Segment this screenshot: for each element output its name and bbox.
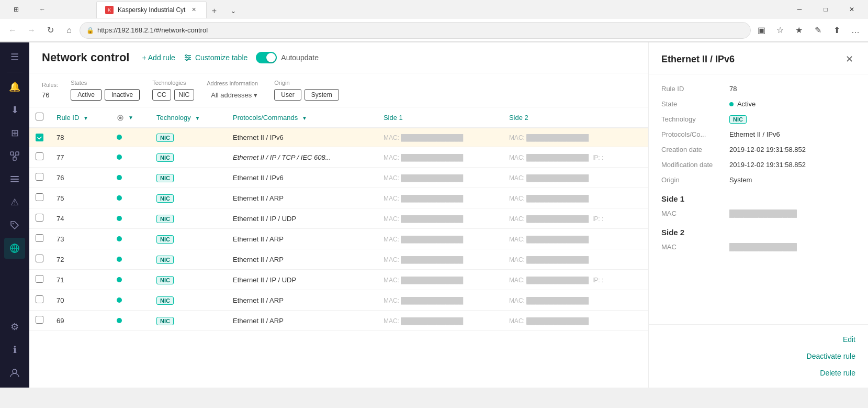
sidebar-icon-settings[interactable]: ⚙ [4, 316, 25, 337]
row-checkbox[interactable] [36, 214, 43, 222]
browser-toolbar: ← → ↻ ⌂ 🔒 ▣ ☆ ★ ✎ ⬆ … [0, 19, 868, 42]
forward-nav-btn[interactable]: → [23, 22, 40, 39]
checked-checkbox[interactable] [36, 134, 43, 141]
select-all-header[interactable] [29, 107, 50, 128]
table-row[interactable]: 77 NIC Ethernet II / IP / TCP / IEC 608.… [29, 147, 648, 168]
row-checkbox-cell[interactable] [29, 188, 50, 208]
back-nav-btn[interactable]: ← [4, 22, 21, 39]
delete-rule-button[interactable]: Delete rule [820, 367, 855, 379]
maximize-btn[interactable]: □ [814, 2, 838, 17]
side2-cell: MAC: ██████████████ IP: : [503, 270, 648, 290]
rule-id-filter-icon[interactable]: ▼ [83, 115, 88, 121]
status-cell [110, 208, 150, 229]
row-checkbox-cell[interactable] [29, 229, 50, 249]
sidebar-icon-globe[interactable] [4, 238, 25, 259]
row-checkbox[interactable] [36, 152, 43, 160]
deactivate-rule-button[interactable]: Deactivate rule [807, 350, 855, 362]
row-checkbox-cell[interactable] [29, 208, 50, 229]
user-origin-btn[interactable]: User [274, 89, 301, 101]
autoupdate-toggle[interactable]: Autoupdate [256, 52, 319, 63]
table-row[interactable]: 75 NIC Ethernet II / ARP MAC: ██████████… [29, 188, 648, 208]
close-btn[interactable]: ✕ [840, 2, 864, 17]
row-checkbox-cell[interactable] [29, 311, 50, 331]
detail-close-btn[interactable]: ✕ [843, 53, 855, 65]
nic-badge-cell: NIC [156, 296, 174, 305]
select-all-checkbox[interactable] [36, 113, 43, 120]
nic-badge-filter[interactable]: NIC [174, 89, 195, 101]
row-checkbox[interactable] [36, 193, 43, 201]
sidebar-icon-rules[interactable] [4, 169, 25, 190]
tab-list-btn[interactable]: ⌄ [221, 4, 245, 18]
tech-buttons: CC NIC [152, 89, 194, 101]
detail-protocols-row: Protocols/Co... Ethernet II / IPv6 [661, 130, 855, 138]
url-input[interactable] [97, 26, 744, 34]
side1-cell: MAC: ██████████████ [377, 270, 503, 290]
active-tab[interactable]: K Kaspersky Industrial Cyt ✕ [96, 1, 207, 18]
system-origin-btn[interactable]: System [305, 89, 339, 101]
row-checkbox-cell[interactable] [29, 270, 50, 290]
sidebar-icon-topology[interactable] [4, 146, 25, 167]
table-row[interactable]: 71 NIC Ethernet II / IP / UDP MAC: █████… [29, 270, 648, 290]
sidebar-icon-dashboard[interactable]: ⊞ [4, 123, 25, 144]
table-row[interactable]: 70 NIC Ethernet II / ARP MAC: ██████████… [29, 290, 648, 311]
inactive-filter-btn[interactable]: Inactive [105, 89, 140, 101]
row-checkbox[interactable] [36, 316, 43, 324]
protocols-filter-icon[interactable]: ▼ [302, 115, 307, 121]
row-checkbox-cell[interactable] [29, 168, 50, 188]
row-checkbox-cell[interactable] [29, 290, 50, 311]
favorites-btn[interactable]: ★ [791, 22, 807, 39]
sidebar-icon-info[interactable]: ℹ [4, 339, 25, 360]
tab-close-btn[interactable]: ✕ [189, 6, 198, 14]
table-row[interactable]: 72 NIC Ethernet II / ARP MAC: ██████████… [29, 249, 648, 270]
side1-mac: MAC: ██████████████ [384, 154, 463, 161]
active-filter-btn[interactable]: Active [71, 89, 102, 101]
rule-id-cell: 74 [50, 208, 110, 229]
row-checkbox[interactable] [36, 173, 43, 181]
table-body: 78 NIC Ethernet II / IPv6 MAC: █████████… [29, 128, 648, 331]
customize-table-button[interactable]: Customize table [184, 53, 247, 62]
minimize-btn[interactable]: ─ [787, 2, 811, 17]
status-dot [117, 297, 122, 303]
new-tab-btn[interactable]: + [207, 4, 221, 18]
detail-state-row: State Active [661, 100, 855, 108]
row-checkbox[interactable] [36, 275, 43, 283]
state-filter-icon[interactable]: ▼ [128, 115, 133, 120]
row-checkbox[interactable] [36, 295, 43, 303]
sidebar-icon-tag[interactable] [4, 215, 25, 236]
rule-id-header: Rule ID ▼ [50, 107, 110, 128]
add-rule-button[interactable]: + Add rule [142, 53, 175, 62]
tech-cell: NIC [150, 208, 227, 229]
table-row[interactable]: 78 NIC Ethernet II / IPv6 MAC: █████████… [29, 128, 648, 147]
sidebar-icon-alert[interactable]: ⚠ [4, 192, 25, 213]
sidebar-icon-bell[interactable]: 🔔 [4, 76, 25, 97]
share-btn[interactable]: ⬆ [828, 22, 845, 39]
address-bar[interactable]: 🔒 [80, 22, 751, 39]
table-row[interactable]: 74 NIC Ethernet II / IP / UDP MAC: █████… [29, 208, 648, 229]
toggle-switch[interactable] [256, 52, 277, 63]
row-checkbox-cell[interactable] [29, 249, 50, 270]
back-btn[interactable]: ← [30, 2, 54, 17]
sidebar-icon-download[interactable]: ⬇ [4, 100, 25, 120]
bookmark-btn[interactable]: ☆ [772, 22, 788, 39]
table-row[interactable]: 73 NIC Ethernet II / ARP MAC: ██████████… [29, 229, 648, 249]
table-row[interactable]: 76 NIC Ethernet II / IPv6 MAC: █████████… [29, 168, 648, 188]
collections-btn[interactable]: ✎ [809, 22, 826, 39]
home-btn[interactable]: ⌂ [61, 22, 77, 39]
tech-filter-icon[interactable]: ▼ [195, 115, 200, 121]
state-text: Active [737, 100, 756, 108]
reload-btn[interactable]: ↻ [42, 22, 59, 39]
sidebar-toggle-btn[interactable]: ⊞ [4, 2, 28, 17]
row-checkbox-cell[interactable] [29, 128, 50, 147]
address-dropdown[interactable]: All addresses ▾ [207, 90, 262, 101]
row-checkbox[interactable] [36, 255, 43, 262]
address-filter-group: Address information All addresses ▾ [207, 80, 262, 101]
sidebar-icon-user[interactable] [4, 362, 25, 383]
edit-button[interactable]: Edit [843, 333, 855, 346]
more-btn[interactable]: … [847, 22, 864, 39]
table-row[interactable]: 69 NIC Ethernet II / ARP MAC: ██████████… [29, 311, 648, 331]
row-checkbox-cell[interactable] [29, 147, 50, 168]
row-checkbox[interactable] [36, 234, 43, 242]
cc-badge[interactable]: CC [152, 89, 171, 101]
reading-mode-btn[interactable]: ▣ [753, 22, 770, 39]
sidebar-icon-menu[interactable]: ☰ [4, 47, 25, 68]
